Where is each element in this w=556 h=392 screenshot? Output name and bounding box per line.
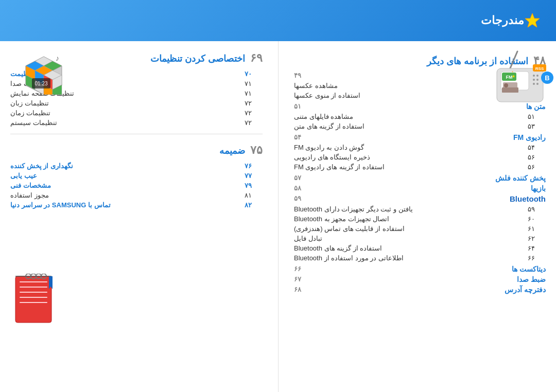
svg-line-32 xyxy=(510,51,517,69)
toc-label: مجوز استفاده xyxy=(10,191,49,199)
toc-num: ۷۱ xyxy=(245,90,257,97)
section-appendix-items: ۷۶ نگهداری از پخش کننده ۷۷ عیب یابی ۷۹ م… xyxy=(10,161,263,210)
content-area: ۶۹ اختصاصی کردن تنظیمات ۷۰ تنظیمت ۷۱ تنظ… xyxy=(0,41,556,392)
svg-text:♪: ♪ xyxy=(56,54,59,62)
subsection-record-title: ضبط صدا xyxy=(517,275,546,283)
svg-rect-28 xyxy=(20,292,47,293)
svg-text:★: ★ xyxy=(512,74,515,79)
header-title: مندرجات xyxy=(481,14,524,27)
subsection-bluetooth-num: ۵۹ xyxy=(294,194,301,203)
subsection-datacasts-header: دیتاکست ها ۶۶ xyxy=(294,265,546,273)
toc-label: تماس با SAMSUNG در سراسر دنیا xyxy=(10,201,111,209)
toc-label: عیب یابی xyxy=(10,172,37,180)
toc-item: ۵۶ ذخیره ایستگاه های رادیویی xyxy=(294,152,546,162)
subsection-record-num: ۶۷ xyxy=(294,275,301,283)
cube-illustration: ♪ 01:23 xyxy=(15,51,72,103)
svg-text:B: B xyxy=(545,74,549,82)
toc-num: ۸۱ xyxy=(245,191,257,199)
svg-rect-30 xyxy=(20,302,47,303)
toc-item: ۷۹ مشخصات فنی xyxy=(10,181,263,190)
subsection-fm-num: ۵۴ xyxy=(294,133,301,141)
subsection-flash-title: پخش کننده فلش xyxy=(495,174,546,182)
subsection-games-title: بازیها xyxy=(531,184,546,192)
svg-point-45 xyxy=(504,83,508,87)
svg-text:RSS: RSS xyxy=(535,66,544,71)
toc-item: ۶۲ تبادل فایل xyxy=(294,234,546,243)
svg-rect-29 xyxy=(20,297,47,298)
subsection-bluetooth-header: Bluetooth ۵۹ xyxy=(294,194,546,203)
toc-num: ۷۲ xyxy=(245,109,257,117)
notebook-illustration xyxy=(10,274,62,330)
toc-item: ۶۴ استفاده از گزینه های Bluetooth xyxy=(294,243,546,253)
svg-point-41 xyxy=(536,79,538,81)
toc-label: نگهداری از پخش کننده xyxy=(10,162,73,170)
section-appendix-number: ۷۵ xyxy=(250,144,263,157)
section-divider xyxy=(10,134,263,134)
toc-item: ۷۷ عیب یابی xyxy=(10,171,263,181)
toc-item: ۷۶ نگهداری از پخش کننده xyxy=(10,161,263,171)
subsection-address-header: دفترچه آدرس ۶۸ xyxy=(294,286,546,294)
svg-text:01:23: 01:23 xyxy=(34,81,47,86)
svg-point-38 xyxy=(533,75,535,77)
svg-text:*: * xyxy=(512,70,513,74)
subsection-flash-num: ۵۷ xyxy=(294,174,301,182)
subsection-address-num: ۶۸ xyxy=(294,286,301,294)
section-customize-title: اختصاصی کردن تنظیمات xyxy=(150,53,245,64)
toc-num: ۷۶ xyxy=(245,162,257,170)
right-panel: FM * RSS B ★ xyxy=(278,41,556,392)
section-appendix-title: ضمیمه xyxy=(219,145,245,156)
toc-label: تنظیمات سیستم xyxy=(10,119,57,127)
toc-item: ۵۶ استفاده از گزینه های رادیوی FM xyxy=(294,162,546,172)
subsection-fm-title: رادیوی FM xyxy=(513,133,546,141)
subsection-games-num: ۵۸ xyxy=(294,184,301,192)
toc-label: تنظیمات زمان xyxy=(10,109,50,117)
toc-item: ۵۳ استفاده از گزینه های متن xyxy=(294,121,546,131)
section-customize-number: ۶۹ xyxy=(250,51,263,65)
toc-item: ۶۱ استفاده از قابلیت های تماس (هندزفری) xyxy=(294,224,546,234)
toc-num: ۷۰ xyxy=(245,70,257,78)
left-panel: ۶۹ اختصاصی کردن تنظیمات ۷۰ تنظیمت ۷۱ تنظ… xyxy=(0,41,278,392)
subsection-games-header: بازیها ۵۸ xyxy=(294,184,546,192)
subsection-flash-header: پخش کننده فلش ۵۷ xyxy=(294,174,546,182)
subsection-address-title: دفترچه آدرس xyxy=(505,286,546,294)
svg-marker-0 xyxy=(525,13,540,27)
toc-item: ۵۱ مشاهده فایلهای متنی xyxy=(294,112,546,121)
toc-item: ۸۱ مجوز استفاده xyxy=(10,190,263,200)
toc-item: ۵۴ گوش دادن به رادیوی FM xyxy=(294,142,546,152)
svg-point-42 xyxy=(533,83,535,85)
toc-item: ۷۲ تنظیمات زمان xyxy=(10,108,263,118)
svg-point-39 xyxy=(536,75,538,77)
toc-num: ۸۲ xyxy=(245,201,257,209)
toc-num: ۷۲ xyxy=(245,99,257,107)
subsection-datacasts-title: دیتاکست ها xyxy=(512,265,546,273)
subsection-fm-header: رادیوی FM ۵۴ xyxy=(294,133,546,141)
star-icon xyxy=(524,12,541,29)
subsection-texts-num: ۵۱ xyxy=(294,102,301,111)
svg-point-40 xyxy=(533,79,535,81)
toc-item: ۶۰ اتصال تجهیزات مجهز به Bluetooth xyxy=(294,214,546,224)
svg-rect-20 xyxy=(15,276,51,323)
subsection-record-header: ضبط صدا ۶۷ xyxy=(294,275,546,283)
toc-item: ۷۲ تنظیمات سیستم xyxy=(10,118,263,128)
svg-rect-27 xyxy=(20,287,47,288)
svg-point-43 xyxy=(536,83,538,85)
header-bar: مندرجات xyxy=(0,0,556,41)
toc-item: ۸۲ تماس با SAMSUNG در سراسر دنیا xyxy=(10,200,263,210)
svg-rect-26 xyxy=(20,281,47,282)
toc-num: ۷۲ xyxy=(245,119,257,127)
toc-label: مشخصات فنی xyxy=(10,182,51,189)
toc-num: ۷۹ xyxy=(245,182,257,189)
toc-item: ۵۹ یافتن و ثبت دیگر تجهیزات دارای Blueto… xyxy=(294,204,546,214)
section-appendix-header: ۷۵ ضمیمه xyxy=(10,144,263,157)
section-appendix: ۷۵ ضمیمه ۷۶ نگهداری از پخش کننده ۷۷ عیب … xyxy=(10,144,263,210)
subsection-datacasts-num: ۶۶ xyxy=(294,265,301,273)
toc-num: ۷۷ xyxy=(245,172,257,180)
subsection-bluetooth-title: Bluetooth xyxy=(510,194,546,203)
toc-num: ۷۱ xyxy=(245,80,257,87)
svg-rect-46 xyxy=(502,87,518,93)
toc-item: ۶۶ اطلاعاتی در مورد استفاده از Bluetooth xyxy=(294,253,546,263)
fm-illustration: FM * RSS B ★ xyxy=(486,49,553,108)
subsection-photos-num: ۴۹ xyxy=(294,72,301,80)
